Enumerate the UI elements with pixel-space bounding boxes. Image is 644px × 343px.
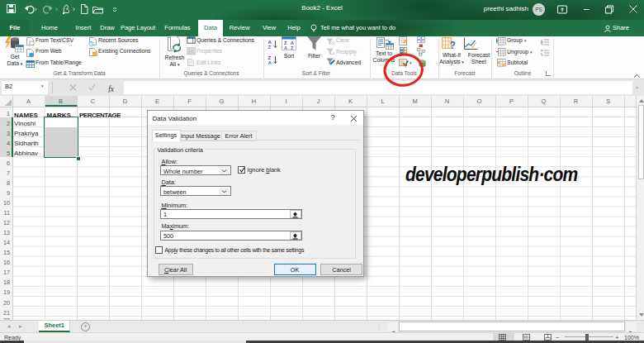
svg-text:?: ?: [450, 40, 456, 51]
svg-text:A: A: [284, 45, 287, 50]
svg-text:fx: fx: [108, 84, 115, 93]
svg-text:Z: Z: [268, 55, 272, 60]
svg-text:Z: Z: [268, 45, 272, 50]
svg-text:A: A: [268, 40, 272, 45]
svg-text:A: A: [268, 60, 272, 64]
